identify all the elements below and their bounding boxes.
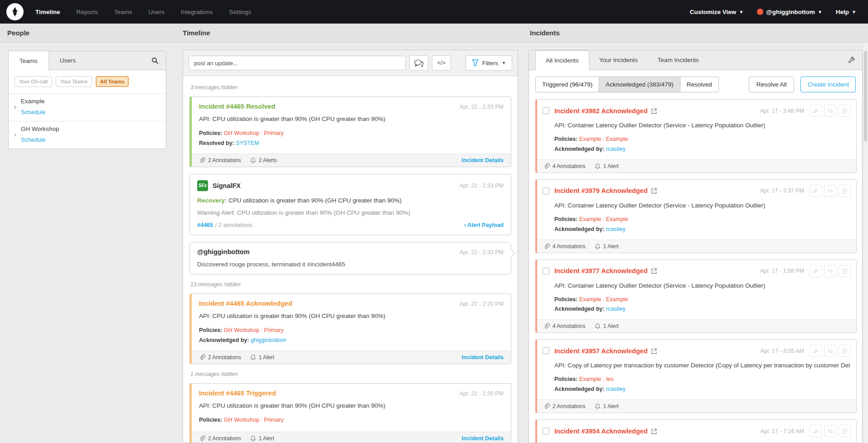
incidents-settings-button[interactable]: [848, 50, 862, 70]
acknowledger-link[interactable]: ghigginbottom: [251, 337, 286, 343]
alerts-count[interactable]: 1 Alert: [595, 163, 619, 169]
annotations-count[interactable]: 2 Annotations: [543, 403, 586, 409]
tab-all-incidents[interactable]: All Incidents: [535, 50, 589, 70]
annotations-count[interactable]: 4 Annotations: [543, 163, 586, 169]
incident-title-link[interactable]: Incident #3979 Acknowledged: [554, 187, 648, 194]
acknowledge-button[interactable]: [810, 425, 822, 437]
external-link-icon[interactable]: [651, 188, 657, 194]
team-name[interactable]: GH Workshop: [21, 125, 59, 132]
annotations-count[interactable]: 2 Annotations: [199, 435, 241, 442]
team-name[interactable]: Example: [21, 98, 45, 105]
nav-integrations[interactable]: Integrations: [181, 9, 213, 15]
filter-all-teams[interactable]: All Teams: [96, 76, 129, 87]
incident-title[interactable]: Incident #4465 Resolved: [199, 103, 275, 110]
filter-your-oncall[interactable]: Your On-call: [15, 76, 52, 87]
acknowledger-link[interactable]: rcastley: [606, 226, 626, 232]
people-search-button[interactable]: [151, 51, 166, 70]
incident-checkbox[interactable]: [543, 107, 549, 114]
victorops-logo[interactable]: [6, 3, 24, 20]
annotations-count[interactable]: 2 Annotations: [199, 157, 241, 164]
tab-teams[interactable]: Teams: [9, 51, 49, 70]
filter-your-teams[interactable]: Your Teams: [56, 76, 92, 87]
post-update-input[interactable]: [189, 56, 406, 70]
annotations-count[interactable]: 4 Annotations: [543, 243, 586, 250]
nav-users[interactable]: Users: [149, 9, 165, 15]
annotations-count[interactable]: 4 Annotations: [543, 323, 586, 329]
resolve-all-button[interactable]: Resolve All: [749, 77, 795, 92]
policy-link[interactable]: GH Workshop : Primary: [224, 327, 284, 333]
segment-acknowledged[interactable]: Acknowledged (383/479): [599, 77, 680, 92]
nav-teams[interactable]: Teams: [114, 9, 132, 15]
acknowledge-button[interactable]: [810, 265, 822, 277]
incident-title-link[interactable]: Incident #3957 Acknowledged: [554, 347, 648, 355]
acknowledger-link[interactable]: rcastley: [606, 306, 626, 312]
nav-reports[interactable]: Reports: [77, 9, 98, 15]
snooze-button[interactable]: [839, 265, 851, 277]
expand-chevron-icon[interactable]: ›: [14, 103, 16, 116]
vertical-scrollbar[interactable]: [863, 43, 868, 443]
reroute-button[interactable]: [824, 185, 836, 197]
alerts-count[interactable]: 1 Alert: [595, 403, 619, 409]
acknowledge-button[interactable]: [810, 185, 822, 197]
alerts-count[interactable]: 1 Alert: [250, 435, 274, 442]
incident-title-link[interactable]: Incident #3982 Acknowledged: [554, 107, 648, 115]
reroute-button[interactable]: [824, 425, 836, 437]
incident-details-link[interactable]: Incident Details: [462, 435, 504, 442]
snooze-button[interactable]: [839, 105, 851, 117]
filters-button[interactable]: Filters ▼: [466, 55, 512, 71]
alerts-count[interactable]: 1 Alert: [595, 243, 619, 250]
schedule-link[interactable]: Schedule: [21, 136, 45, 143]
incident-ref-link[interactable]: #4465: [197, 222, 213, 228]
segment-triggered[interactable]: Triggered (96/479): [535, 77, 599, 92]
incident-title-link[interactable]: Incident #3977 Acknowledged: [554, 267, 648, 274]
tab-team-incidents[interactable]: Team Incidents: [648, 50, 709, 70]
incident-title[interactable]: Incident #4465 Acknowledged: [199, 300, 292, 307]
annotations-count[interactable]: 2 Annotations: [199, 354, 241, 361]
acknowledger-link[interactable]: rcastley: [606, 146, 626, 152]
acknowledge-button[interactable]: [810, 105, 822, 117]
policy-link[interactable]: Example : Example: [579, 216, 628, 222]
customize-view-menu[interactable]: Customize View▼: [690, 9, 743, 15]
code-snippet-button[interactable]: </>: [432, 55, 451, 71]
alerts-count[interactable]: 1 Alert: [250, 354, 274, 361]
external-link-icon[interactable]: [651, 108, 657, 114]
incident-checkbox[interactable]: [543, 268, 549, 274]
nav-timeline[interactable]: Timeline: [35, 9, 60, 15]
policy-link[interactable]: GH Workshop : Primary: [224, 417, 284, 423]
resolver-link[interactable]: SYSTEM: [236, 140, 259, 146]
tab-your-incidents[interactable]: Your Incidents: [589, 50, 648, 70]
chat-button[interactable]: [409, 55, 428, 71]
scrollbar-thumb[interactable]: [864, 51, 867, 141]
create-incident-button[interactable]: Create Incident: [800, 77, 856, 92]
incident-checkbox[interactable]: [543, 428, 549, 434]
segment-resolved[interactable]: Resolved: [680, 77, 719, 92]
incident-title[interactable]: Incident #4465 Triggered: [199, 390, 276, 397]
snooze-button[interactable]: [839, 425, 851, 437]
expand-chevron-icon[interactable]: ›: [14, 131, 16, 144]
policy-link[interactable]: Example : Example: [579, 296, 628, 303]
alert-payload-link[interactable]: › Alert Payload: [464, 222, 504, 228]
snooze-button[interactable]: [839, 185, 851, 197]
reroute-button[interactable]: [824, 105, 836, 117]
policy-link[interactable]: Example : leo: [579, 376, 614, 382]
alerts-count[interactable]: 2 Alerts: [250, 157, 277, 164]
reroute-button[interactable]: [824, 265, 836, 277]
snooze-button[interactable]: [839, 345, 851, 357]
schedule-link[interactable]: Schedule: [21, 109, 45, 116]
tab-users[interactable]: Users: [49, 51, 87, 70]
incident-checkbox[interactable]: [543, 188, 549, 194]
policy-link[interactable]: GH Workshop : Primary: [224, 130, 284, 136]
external-link-icon[interactable]: [651, 268, 657, 274]
incident-title-link[interactable]: Incident #3954 Acknowledged: [554, 428, 648, 435]
external-link-icon[interactable]: [651, 428, 657, 434]
incident-details-link[interactable]: Incident Details: [462, 354, 504, 361]
nav-settings[interactable]: Settings: [229, 9, 251, 15]
user-menu[interactable]: @ghigginbottom▼: [757, 9, 822, 15]
reroute-button[interactable]: [824, 345, 836, 357]
help-menu[interactable]: Help▼: [836, 9, 856, 15]
chat-author[interactable]: @ghigginbottom: [197, 248, 250, 255]
external-link-icon[interactable]: [651, 348, 657, 354]
incident-checkbox[interactable]: [543, 347, 549, 354]
acknowledger-link[interactable]: rcastley: [606, 386, 626, 392]
acknowledge-button[interactable]: [810, 345, 822, 357]
